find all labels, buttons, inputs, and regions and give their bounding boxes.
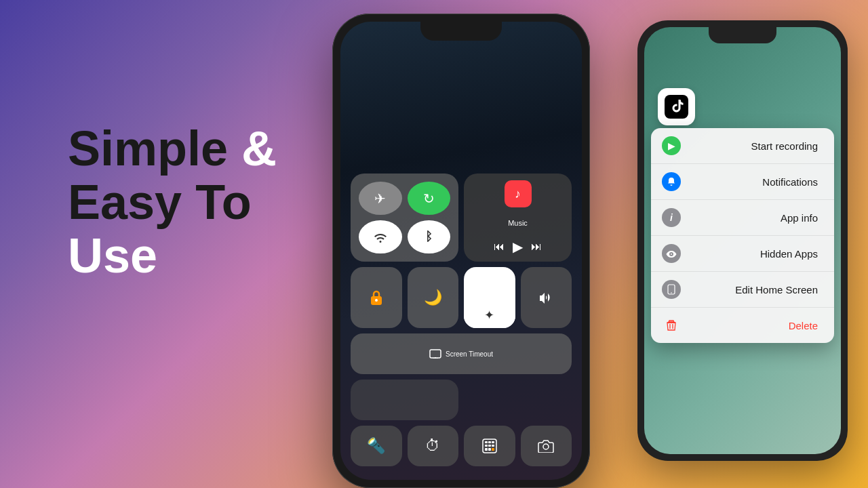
hidden-apps-icon <box>662 244 681 263</box>
flashlight-button[interactable]: 🔦 <box>351 426 402 466</box>
svg-point-1 <box>375 299 378 302</box>
svg-rect-5 <box>488 441 491 443</box>
context-item-notifications[interactable]: Notifications <box>651 164 834 200</box>
phone2-notch <box>709 27 776 43</box>
svg-rect-12 <box>492 448 494 451</box>
phone2-outer: ▶ Start recording Notifications <box>637 20 848 461</box>
phone1: ✈ ↻ ᛒ ♪ Music ⏮ ▶ ⏭ <box>332 14 590 488</box>
phone1-outer: ✈ ↻ ᛒ ♪ Music ⏮ ▶ ⏭ <box>332 14 590 488</box>
music-controls: ⏮ ▶ ⏭ <box>494 239 542 255</box>
brightness-slider[interactable]: ✦ <box>464 267 515 328</box>
screen-timeout-button[interactable]: Screen Timeout <box>351 333 572 374</box>
app-info-icon: i <box>662 208 681 227</box>
calculator-button[interactable] <box>464 426 515 466</box>
rotation-lock-button[interactable]: ↻ <box>408 182 451 215</box>
svg-rect-10 <box>485 448 488 451</box>
svg-rect-2 <box>430 350 441 358</box>
fast-forward-icon[interactable]: ⏭ <box>531 241 542 253</box>
svg-rect-11 <box>488 448 491 451</box>
context-menu: ▶ Start recording Notifications <box>651 128 834 343</box>
music-app-icon: ♪ <box>505 180 532 207</box>
app-info-label: App info <box>681 212 818 224</box>
context-item-start-recording[interactable]: ▶ Start recording <box>651 128 834 164</box>
svg-rect-7 <box>485 445 488 447</box>
context-item-hidden-apps[interactable]: Hidden Apps <box>651 236 834 272</box>
context-item-edit-home[interactable]: Edit Home Screen <box>651 272 834 308</box>
delete-icon <box>662 316 681 335</box>
phone2-screen: ▶ Start recording Notifications <box>644 27 841 454</box>
phone1-screen: ✈ ↻ ᛒ ♪ Music ⏮ ▶ ⏭ <box>340 22 582 480</box>
svg-rect-6 <box>492 441 494 443</box>
extra-control <box>351 380 458 420</box>
context-menu-area: ▶ Start recording Notifications <box>651 88 834 343</box>
svg-rect-9 <box>492 445 494 447</box>
phone2: ▶ Start recording Notifications <box>637 20 848 461</box>
camera-button[interactable] <box>521 426 572 466</box>
hero-amp: & <box>241 121 277 176</box>
music-widget[interactable]: ♪ Music ⏮ ▶ ⏭ <box>464 174 572 262</box>
hero-line3: Use <box>68 229 277 283</box>
control-center: ✈ ↻ ᛒ ♪ Music ⏮ ▶ ⏭ <box>351 174 572 466</box>
tiktok-app-icon[interactable] <box>658 88 695 125</box>
notifications-label: Notifications <box>681 176 818 188</box>
hero-simple: Simple <box>68 121 241 176</box>
svg-rect-4 <box>485 441 488 443</box>
phone1-notch <box>420 22 502 41</box>
hidden-apps-label: Hidden Apps <box>681 248 818 260</box>
cc-bottom-row: 🔦 ⏱ <box>351 426 572 466</box>
context-item-delete[interactable]: Delete <box>651 308 834 343</box>
edit-home-icon <box>662 280 681 299</box>
context-item-app-info[interactable]: i App info <box>651 200 834 236</box>
timer-button[interactable]: ⏱ <box>408 426 459 466</box>
delete-label: Delete <box>681 320 818 331</box>
brightness-icon: ✦ <box>484 308 494 323</box>
svg-rect-16 <box>667 322 675 323</box>
tiktok-logo <box>665 95 688 119</box>
airplane-mode-button[interactable]: ✈ <box>359 182 402 215</box>
edit-home-label: Edit Home Screen <box>681 284 818 296</box>
screen-timeout-label: Screen Timeout <box>446 350 493 358</box>
rewind-icon[interactable]: ⏮ <box>494 241 505 253</box>
volume-slider[interactable] <box>521 267 572 328</box>
hero-text-block: Simple & Easy To Use <box>68 122 277 283</box>
notifications-icon <box>662 172 681 191</box>
do-not-disturb-button[interactable]: 🌙 <box>408 267 459 328</box>
hero-line2: Easy To <box>68 176 277 229</box>
svg-rect-8 <box>488 445 491 447</box>
cc-second-row: 🌙 ✦ <box>351 267 572 328</box>
hero-line1: Simple & <box>68 122 277 176</box>
play-button[interactable]: ▶ <box>513 239 523 255</box>
bluetooth-button[interactable]: ᛒ <box>408 220 451 253</box>
start-recording-icon: ▶ <box>662 136 681 155</box>
cc-connectivity: ✈ ↻ ᛒ <box>351 174 458 262</box>
svg-point-13 <box>543 444 549 449</box>
start-recording-label: Start recording <box>681 140 818 152</box>
music-label: Music <box>508 219 528 227</box>
rotation-lock-display[interactable] <box>351 267 402 328</box>
wifi-button[interactable] <box>359 220 402 253</box>
svg-point-15 <box>671 292 672 293</box>
